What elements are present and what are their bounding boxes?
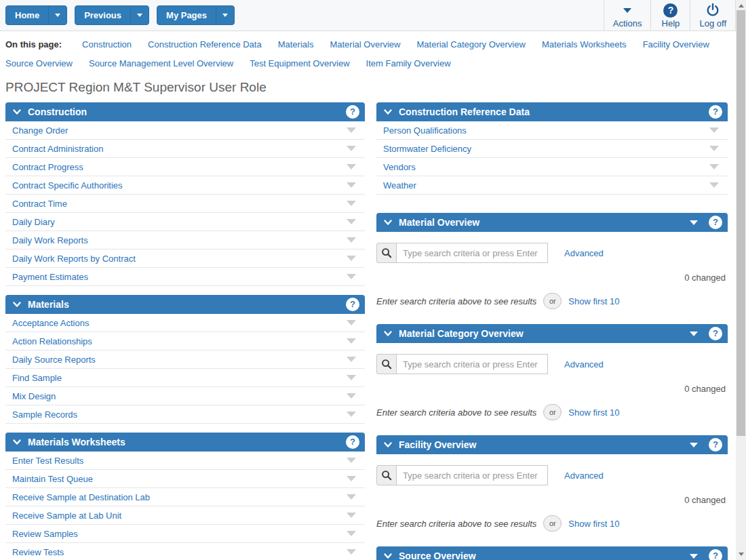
actions-menu[interactable]: Actions bbox=[604, 0, 651, 31]
module-link[interactable]: Daily Diary bbox=[12, 217, 55, 227]
help-icon[interactable] bbox=[346, 435, 359, 449]
module-link[interactable]: Maintain Test Queue bbox=[12, 474, 93, 484]
panel-header-source-overview[interactable]: Source Overview bbox=[376, 546, 728, 560]
triangle-down-icon[interactable] bbox=[347, 513, 356, 518]
triangle-down-icon[interactable] bbox=[347, 494, 356, 500]
triangle-down-icon[interactable] bbox=[347, 219, 356, 224]
triangle-down-icon[interactable] bbox=[709, 146, 719, 151]
scroll-down-button[interactable] bbox=[736, 549, 746, 559]
triangle-down-icon[interactable] bbox=[347, 412, 356, 417]
chevron-down-icon[interactable] bbox=[12, 437, 22, 447]
module-link[interactable]: Review Tests bbox=[12, 547, 64, 557]
chevron-down-icon[interactable] bbox=[383, 107, 393, 117]
show-first-link[interactable]: Show first 10 bbox=[568, 296, 619, 306]
module-link[interactable]: Weather bbox=[383, 180, 416, 191]
panel-menu-caret-icon[interactable] bbox=[690, 332, 698, 336]
triangle-down-icon[interactable] bbox=[709, 127, 719, 133]
triangle-down-icon[interactable] bbox=[709, 164, 719, 169]
nav-split-button[interactable]: Previous bbox=[75, 5, 149, 25]
chevron-down-icon[interactable] bbox=[383, 551, 393, 560]
triangle-down-icon[interactable] bbox=[347, 274, 356, 279]
advanced-link[interactable]: Advanced bbox=[564, 359, 604, 369]
chevron-down-icon[interactable] bbox=[383, 440, 393, 449]
help-icon[interactable] bbox=[346, 105, 359, 119]
panel-menu-caret-icon[interactable] bbox=[690, 443, 698, 447]
module-link[interactable]: Stormwater Deficiency bbox=[383, 144, 471, 154]
search-button[interactable] bbox=[376, 354, 397, 374]
triangle-down-icon[interactable] bbox=[347, 357, 356, 362]
search-input[interactable] bbox=[396, 243, 548, 263]
nav-button-label[interactable]: Previous bbox=[75, 6, 130, 24]
module-link[interactable]: Contract Specific Authorities bbox=[12, 180, 123, 191]
panel-header-construction[interactable]: Construction bbox=[5, 102, 365, 121]
module-link[interactable]: Find Sample bbox=[12, 373, 62, 383]
triangle-down-icon[interactable] bbox=[347, 458, 356, 463]
help-icon[interactable] bbox=[709, 216, 722, 229]
triangle-down-icon[interactable] bbox=[347, 127, 356, 133]
help-button[interactable]: Help bbox=[650, 0, 690, 31]
on-this-page-link[interactable]: Material Overview bbox=[330, 39, 400, 49]
module-link[interactable]: Daily Work Reports by Contract bbox=[12, 254, 136, 264]
on-this-page-link[interactable]: Materials bbox=[278, 39, 314, 49]
on-this-page-link[interactable]: Source Management Level Overview bbox=[89, 58, 233, 68]
triangle-down-icon[interactable] bbox=[709, 182, 719, 188]
module-link[interactable]: Contract Administration bbox=[12, 144, 103, 154]
module-link[interactable]: Payment Estimates bbox=[12, 272, 88, 282]
search-input[interactable] bbox=[396, 465, 548, 485]
nav-button-dropdown[interactable] bbox=[48, 6, 66, 24]
on-this-page-link[interactable]: Source Overview bbox=[5, 58, 73, 68]
chevron-down-icon[interactable] bbox=[12, 107, 22, 117]
on-this-page-link[interactable]: Test Equipment Overview bbox=[250, 58, 349, 68]
triangle-down-icon[interactable] bbox=[347, 182, 356, 188]
module-link[interactable]: Enter Test Results bbox=[12, 456, 83, 466]
triangle-down-icon[interactable] bbox=[347, 476, 356, 481]
on-this-page-link[interactable]: Item Family Overview bbox=[366, 58, 451, 68]
module-link[interactable]: Contract Progress bbox=[12, 162, 83, 172]
search-input[interactable] bbox=[396, 354, 548, 374]
module-link[interactable]: Acceptance Actions bbox=[12, 318, 89, 328]
triangle-down-icon[interactable] bbox=[347, 393, 356, 399]
overview-panel-header[interactable]: Facility Overview bbox=[376, 435, 728, 454]
panel-menu-caret-icon[interactable] bbox=[690, 220, 698, 225]
on-this-page-link[interactable]: Material Category Overview bbox=[416, 39, 525, 49]
help-icon[interactable] bbox=[346, 298, 359, 311]
triangle-down-icon[interactable] bbox=[347, 201, 356, 206]
help-icon[interactable] bbox=[709, 438, 722, 452]
nav-split-button[interactable]: Home bbox=[5, 5, 67, 25]
triangle-down-icon[interactable] bbox=[347, 237, 356, 243]
vertical-scrollbar[interactable] bbox=[736, 0, 746, 560]
triangle-down-icon[interactable] bbox=[347, 256, 356, 261]
module-link[interactable]: Daily Source Reports bbox=[12, 355, 96, 365]
triangle-down-icon[interactable] bbox=[347, 338, 356, 344]
chevron-down-icon[interactable] bbox=[12, 300, 22, 309]
on-this-page-link[interactable]: Materials Worksheets bbox=[542, 39, 627, 49]
module-link[interactable]: Review Samples bbox=[12, 529, 78, 539]
module-link[interactable]: Receive Sample at Lab Unit bbox=[12, 511, 121, 521]
on-this-page-link[interactable]: Construction bbox=[82, 39, 132, 49]
help-icon[interactable] bbox=[709, 549, 722, 560]
chevron-down-icon[interactable] bbox=[383, 329, 393, 338]
nav-button-label[interactable]: My Pages bbox=[157, 6, 216, 24]
module-link[interactable]: Change Order bbox=[12, 125, 68, 136]
nav-button-dropdown[interactable] bbox=[130, 6, 149, 24]
nav-button-dropdown[interactable] bbox=[216, 6, 234, 24]
panel-menu-caret-icon[interactable] bbox=[690, 554, 698, 559]
module-link[interactable]: Mix Design bbox=[12, 391, 56, 401]
triangle-down-icon[interactable] bbox=[347, 549, 356, 555]
panel-header-construction-reference-data[interactable]: Construction Reference Data bbox=[376, 102, 728, 121]
logoff-button[interactable]: Log off bbox=[690, 0, 735, 31]
module-link[interactable]: Sample Records bbox=[12, 409, 77, 420]
module-link[interactable]: Action Relationships bbox=[12, 336, 92, 346]
module-link[interactable]: Person Qualifications bbox=[383, 125, 467, 136]
nav-button-label[interactable]: Home bbox=[6, 6, 48, 24]
on-this-page-link[interactable]: Construction Reference Data bbox=[148, 39, 262, 49]
triangle-down-icon[interactable] bbox=[347, 320, 356, 325]
show-first-link[interactable]: Show first 10 bbox=[568, 407, 619, 418]
advanced-link[interactable]: Advanced bbox=[564, 471, 604, 481]
on-this-page-link[interactable]: Facility Overview bbox=[643, 39, 709, 49]
module-link[interactable]: Vendors bbox=[383, 162, 416, 172]
nav-split-button[interactable]: My Pages bbox=[157, 5, 235, 25]
show-first-link[interactable]: Show first 10 bbox=[568, 519, 619, 529]
search-button[interactable] bbox=[376, 465, 397, 485]
scroll-up-button[interactable] bbox=[736, 1, 746, 11]
